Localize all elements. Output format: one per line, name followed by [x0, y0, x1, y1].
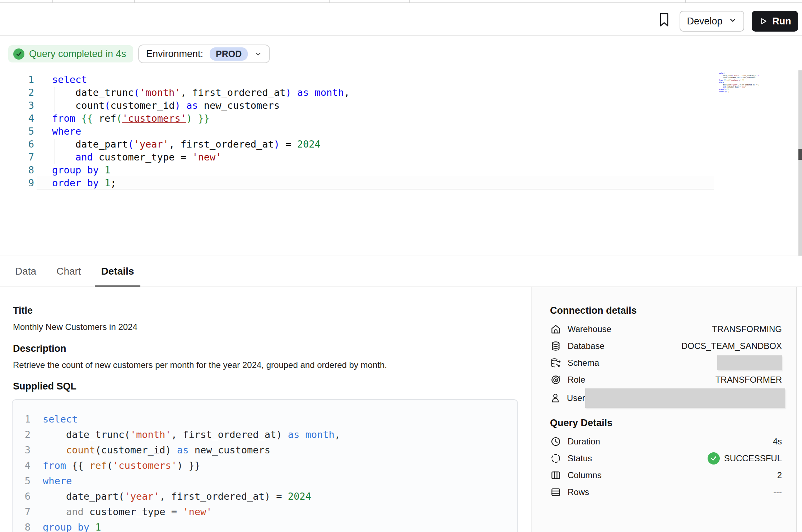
detail-label: Warehouse [568, 324, 611, 334]
code-line: 6 date_part('year', first_ordered_at) = … [13, 489, 517, 504]
line-number: 2 [0, 86, 34, 99]
chevron-down-icon [728, 16, 737, 27]
detail-label: Database [568, 341, 605, 351]
code-line: 2 date_trunc('month', first_ordered_at) … [0, 86, 798, 99]
description-heading: Description [13, 343, 520, 354]
develop-button[interactable]: Develop [680, 11, 744, 32]
editor-minimap[interactable]: select date_trunc('month', first_ordered… [716, 72, 759, 99]
code-line: 3 count(customer_id) as new_customers [0, 99, 798, 112]
chevron-down-icon [254, 50, 262, 58]
detail-value: DOCS_TEAM_SANDBOX [681, 341, 782, 351]
tab-details[interactable]: Details [100, 256, 136, 286]
line-number: 3 [13, 442, 31, 458]
detail-value: TRANSFORMER [715, 375, 782, 385]
title-value: Monthly New Customers in 2024 [13, 322, 520, 332]
code-line: 7 and customer_type = 'new' [0, 151, 798, 164]
line-number: 7 [0, 151, 34, 164]
top-tab-strip [0, 0, 802, 3]
detail-row-role: RoleTRANSFORMER [550, 371, 782, 388]
query-status-badge: Query completed in 4s [8, 45, 133, 62]
line-number: 9 [0, 177, 34, 190]
code-line: 4from {{ ref('customers') }} [13, 458, 517, 473]
details-panel: Title Monthly New Customers in 2024 Desc… [13, 287, 520, 532]
check-circle-icon [708, 452, 720, 465]
line-number: 8 [0, 164, 34, 177]
detail-label: User [567, 393, 585, 403]
detail-label: Columns [568, 470, 602, 480]
code-line: 2 date_trunc('month', first_ordered_at) … [13, 427, 517, 442]
line-number: 4 [0, 112, 34, 125]
detail-label: Schema [568, 358, 599, 368]
editor-minimap-content: select date_trunc('month', first_ordered… [716, 72, 723, 93]
code-line: 1select [13, 411, 517, 427]
tab-chart[interactable]: Chart [55, 256, 82, 286]
detail-value: SUCCESSFUL [708, 452, 782, 465]
detail-label: Status [568, 453, 592, 463]
detail-row-schema: Schema [550, 354, 782, 371]
tab-data[interactable]: Data [14, 256, 38, 286]
query-details-heading: Query Details [550, 417, 782, 429]
play-icon [759, 17, 768, 26]
supplied-sql-code: 1select2 date_trunc('month', first_order… [12, 399, 518, 532]
code-line: order by 1; [716, 90, 723, 93]
detail-label: Rows [568, 487, 589, 497]
detail-row-status: StatusSUCCESSFUL [550, 450, 782, 467]
run-button[interactable]: Run [752, 11, 798, 32]
query-ide-page: { "colors": { "run-bg": "#17181c", "succ… [0, 0, 802, 532]
line-number: 4 [13, 458, 31, 473]
sql-editor-code: 1select2 date_trunc('month', first_order… [0, 70, 798, 190]
line-number: 2 [13, 427, 31, 442]
code-line: 3 count(customer_id) as new_customers [13, 442, 517, 458]
line-number: 1 [13, 411, 31, 427]
detail-row-duration: Duration4s [550, 433, 782, 450]
code-line: 5where [0, 125, 798, 138]
results-tabs: DataChartDetails [0, 256, 802, 287]
code-line: 7 and customer_type = 'new' [13, 504, 517, 519]
query-details-rows: Duration4sStatusSUCCESSFULColumns2Rows--… [550, 433, 782, 500]
code-line: 5where [13, 473, 517, 489]
database-icon [550, 340, 561, 352]
rows-icon [550, 486, 561, 498]
status-icon [550, 453, 561, 464]
line-number: 5 [0, 125, 34, 138]
description-value: Retrieve the count of new customers per … [13, 360, 520, 370]
columns-icon [550, 470, 561, 481]
title-heading: Title [13, 305, 520, 316]
detail-row-rows: Rows--- [550, 484, 782, 500]
schema-icon [550, 357, 561, 369]
tab-label: Details [101, 266, 134, 277]
environment-label: Environment: [146, 48, 203, 60]
environment-value-badge: PROD [210, 47, 248, 61]
user-icon [550, 392, 561, 404]
line-number: 1 [0, 73, 34, 86]
line-number: 8 [13, 519, 31, 532]
code-line: 6 date_part('year', first_ordered_at) = … [0, 138, 798, 151]
environment-selector[interactable]: Environment: PROD [138, 45, 270, 63]
detail-value: TRANSFORMING [712, 324, 782, 334]
bookmark-icon[interactable] [656, 11, 672, 28]
detail-row-warehouse: WarehouseTRANSFORMING [550, 321, 782, 337]
detail-label: Role [568, 375, 585, 385]
detail-value [585, 388, 785, 408]
connection-details-heading: Connection details [550, 305, 782, 316]
connection-details-panel: Connection details WarehouseTRANSFORMING… [531, 287, 797, 532]
toolbar: Develop Run [0, 3, 802, 36]
tab-label: Data [15, 266, 36, 277]
editor-scrollbar-track[interactable] [798, 70, 802, 274]
detail-row-columns: Columns2 [550, 467, 782, 484]
redacted-value [585, 388, 785, 408]
role-icon [550, 374, 561, 386]
detail-row-user: User [550, 388, 782, 408]
query-status-text: Query completed in 4s [29, 48, 126, 60]
duration-icon [550, 436, 561, 447]
develop-button-label: Develop [687, 16, 722, 27]
run-button-label: Run [772, 16, 791, 27]
tab-label: Chart [56, 266, 81, 277]
check-circle-icon [13, 48, 24, 60]
code-line: 4from {{ ref('customers') }} [0, 112, 798, 125]
sql-editor[interactable]: 1select2 date_trunc('month', first_order… [0, 70, 798, 274]
code-line: 1select [0, 73, 798, 86]
editor-scrollbar-thumb[interactable] [798, 149, 802, 160]
code-line: 9order by 1; [0, 177, 798, 190]
line-number: 6 [0, 138, 34, 151]
